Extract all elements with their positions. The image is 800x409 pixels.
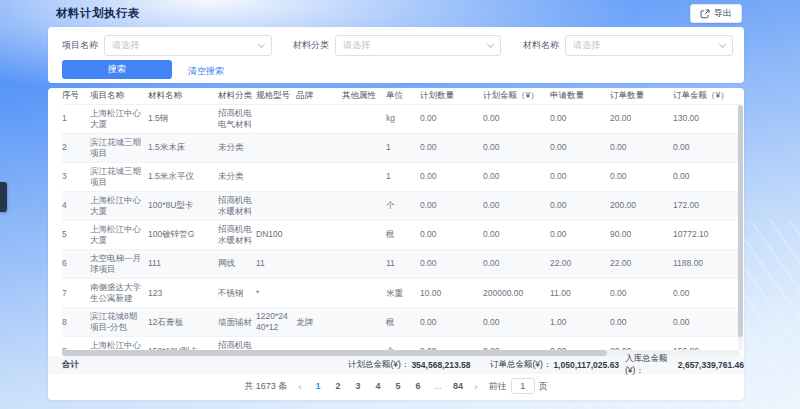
total-order-label: 订单总金额(¥)： [490,359,551,371]
filter-panel: 项目名称 请选择 材料分类 请选择 材料名称 请选择 搜索 清空搜索 [48,27,744,83]
table-cell: 滨江花城8期项目-分包 [90,308,148,337]
select-placeholder: 请选择 [343,39,370,52]
material-name-label: 材料名称 [523,39,559,52]
table-cell: 123 [148,279,218,308]
table-cell: 1188.00 [673,249,740,278]
table-cell: 0.00 [610,133,673,162]
table-cell [296,249,342,278]
search-button[interactable]: 搜索 [62,60,172,79]
table-cell: 12石膏板 [148,308,218,337]
table-cell: 太空电梯—月球项目 [90,249,148,278]
table-cell: 11.00 [550,279,610,308]
table-cell: 0.00 [483,191,550,220]
table-cell: * [256,279,296,308]
page-button[interactable]: 84 [453,381,463,391]
next-page-button[interactable]: › [472,381,480,392]
page-button[interactable]: 2 [333,381,343,391]
header-cell: 序号 [62,88,90,104]
table-cell: 0.00 [610,162,673,191]
vertical-scrollbar[interactable] [738,105,743,350]
page-title: 材料计划执行表 [56,6,140,21]
chevron-down-icon [258,40,265,47]
table-row: 6太空电梯—月球项目111网线11110.000.0022.0022.00118… [62,249,740,278]
table-cell: 0.00 [550,104,610,133]
page-button[interactable]: 3 [353,381,363,391]
pager-pages: 123456...84 [313,381,463,391]
table-cell: 22.00 [610,249,673,278]
header-cell: 材料分类 [218,88,256,104]
table-cell: 90.00 [610,220,673,249]
total-inbound-amount: 入库总金额(¥)： 2,657,339,761.46 [625,353,744,377]
table-cell: 南侧盛达大学生公寓新建 [90,279,148,308]
summary-row: 合计 计划总金额(¥)： 354,568,213.58 订单总金额(¥)： 1,… [48,356,744,374]
table-cell [256,162,296,191]
page-button[interactable]: 5 [393,381,403,391]
vertical-scrollbar-thumb[interactable] [738,105,743,337]
table-cell: 上海松江中心大厦 [90,220,148,249]
table-panel: 序号项目名称材料名称材料分类规格型号品牌其他属性单位计划数量计划金额（¥）申请数… [48,88,744,400]
material-name-select[interactable]: 请选择 [565,35,733,56]
table-row: 1上海松江中心大厦1.5钢招商机电 电气材料kg0.000.000.0020.0… [62,104,740,133]
table-cell: 0.00 [420,133,483,162]
table-cell: 0.00 [420,308,483,337]
table-row: 7南侧盛达大学生公寓新建123不锈钢*米重10.00200000.0011.00… [62,279,740,308]
table-cell: 上海松江中心大厦 [90,104,148,133]
page-button[interactable]: 4 [373,381,383,391]
table-cell: 20.00 [610,104,673,133]
goto-suffix: 页 [539,380,548,393]
project-name-select[interactable]: 请选择 [104,35,272,56]
header-cell: 项目名称 [90,88,148,104]
table-cell [342,133,386,162]
page-button[interactable]: 1 [313,381,323,391]
project-name-label: 项目名称 [62,39,98,52]
table-cell: 1 [62,104,90,133]
header-cell: 计划金额（¥） [483,88,550,104]
table-cell: 4 [62,191,90,220]
table-cell [296,162,342,191]
total-order-amount: 订单总金额(¥)： 1,050,117,025.63 [490,359,619,371]
header-cell: 计划数量 [420,88,483,104]
table-cell: 墙面辅材 [218,308,256,337]
table-cell: 200000.00 [483,279,550,308]
material-category-select[interactable]: 请选择 [335,35,501,56]
table-row: 4上海松江中心大厦100*8U型卡招商机电 水暖材料个0.000.000.002… [62,191,740,220]
export-button[interactable]: 导出 [690,4,742,23]
table-cell: 1220*2440*12 [256,308,296,337]
table-cell: 0.00 [483,220,550,249]
goto-page-input[interactable] [511,378,535,394]
header-cell: 申请数量 [550,88,610,104]
table-cell: 米重 [386,279,420,308]
total-planned-value: 354,568,213.58 [411,360,470,370]
drawer-collapse-handle[interactable] [0,182,7,212]
table-row: 2滨江花城三期项目1.5米木床未分类10.000.000.000.000.00 [62,133,740,162]
table-cell: 111 [148,249,218,278]
table-cell: 0.00 [483,162,550,191]
header-cell: 其他属性 [342,88,386,104]
table-cell: 172.00 [673,191,740,220]
table-cell: 0.00 [420,162,483,191]
table-cell [296,191,342,220]
table-cell: 网线 [218,249,256,278]
total-order-value: 1,050,117,025.63 [553,360,619,370]
table-row: 8滨江花城8期项目-分包12石膏板墙面辅材1220*2440*12龙牌根0.00… [62,308,740,337]
table-cell: 5 [62,220,90,249]
table-cell: 滨江花城三期项目 [90,162,148,191]
table-cell [342,308,386,337]
table-cell: 个 [386,191,420,220]
table-cell: 0.00 [483,104,550,133]
header-cell: 材料名称 [148,88,218,104]
table-cell: 1.5钢 [148,104,218,133]
table-cell: 0.00 [483,308,550,337]
table-cell: 0.00 [550,220,610,249]
table-cell: 100镀锌管G [148,220,218,249]
clear-search-link[interactable]: 清空搜索 [188,65,224,78]
material-category-label: 材料分类 [293,39,329,52]
page-button[interactable]: 6 [413,381,423,391]
chevron-down-icon [719,40,726,47]
table-cell: 100*8U型卡 [148,191,218,220]
table-cell: 0.00 [420,220,483,249]
table-cell: 0.00 [420,249,483,278]
table-cell: 根 [386,220,420,249]
prev-page-button[interactable]: ‹ [296,381,304,392]
table-cell: 未分类 [218,162,256,191]
